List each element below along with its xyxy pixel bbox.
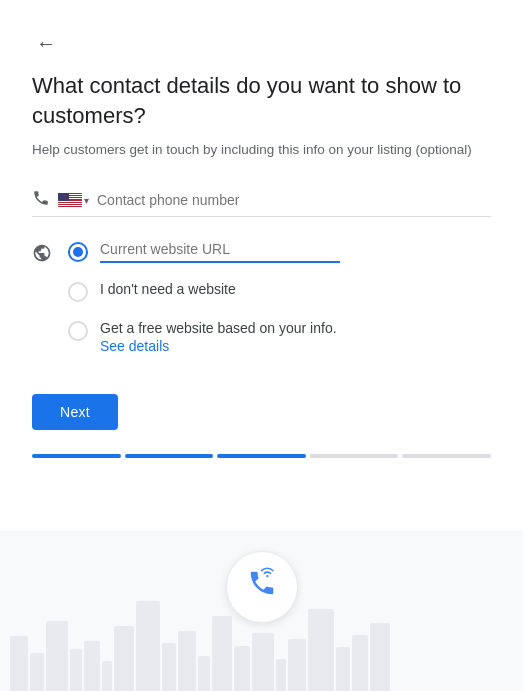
radio-inner-dot: [73, 247, 83, 257]
building-2: [30, 653, 44, 691]
flag-dropdown[interactable]: ▾: [58, 193, 89, 207]
option-no-website[interactable]: I don't need a website: [68, 281, 491, 302]
page-container: ← What contact details do you want to sh…: [0, 0, 523, 691]
building-7: [114, 626, 134, 691]
building-5: [84, 641, 100, 691]
building-15: [276, 659, 286, 691]
no-website-label: I don't need a website: [100, 281, 236, 297]
radio-current-icon: [68, 242, 88, 262]
back-button[interactable]: ←: [32, 28, 60, 59]
building-19: [352, 635, 368, 691]
radio-no-website-icon: [68, 282, 88, 302]
building-9: [162, 643, 176, 691]
back-arrow-icon: ←: [36, 32, 56, 55]
radio-options: I don't need a website Get a free websit…: [68, 241, 491, 354]
building-6: [102, 661, 112, 691]
building-12: [212, 616, 232, 691]
dropdown-arrow-icon: ▾: [84, 195, 89, 206]
current-website-group: [100, 241, 340, 263]
building-1: [10, 636, 28, 691]
building-10: [178, 631, 196, 691]
bottom-illustration: [0, 531, 523, 691]
page-title: What contact details do you want to show…: [32, 71, 491, 130]
building-18: [336, 647, 350, 691]
progress-2: [125, 454, 214, 458]
website-section: I don't need a website Get a free websit…: [32, 241, 491, 354]
wifi-icon: [259, 566, 275, 584]
free-website-group: Get a free website based on your info. S…: [100, 320, 337, 354]
phone-circle-phone-icon: [247, 568, 277, 606]
building-14: [252, 633, 274, 691]
progress-1: [32, 454, 121, 458]
phone-icon: [32, 189, 50, 212]
flag-us-icon: [58, 193, 82, 207]
page-subtitle: Help customers get in touch by including…: [32, 140, 491, 160]
globe-icon: [32, 243, 52, 268]
free-website-label: Get a free website based on your info.: [100, 320, 337, 336]
building-20: [370, 623, 390, 691]
phone-input[interactable]: [97, 192, 491, 208]
option-free-website[interactable]: Get a free website based on your info. S…: [68, 320, 491, 354]
phone-circle: [226, 551, 298, 623]
building-8: [136, 601, 160, 691]
see-details-link[interactable]: See details: [100, 338, 337, 354]
progress-4: [310, 454, 399, 458]
phone-row: ▾: [32, 189, 491, 217]
building-4: [70, 649, 82, 691]
next-button[interactable]: Next: [32, 394, 118, 430]
progress-5: [402, 454, 491, 458]
building-11: [198, 656, 210, 691]
building-16: [288, 639, 306, 691]
progress-3: [217, 454, 306, 458]
website-url-input[interactable]: [100, 241, 340, 263]
radio-free-website-icon: [68, 321, 88, 341]
content-area: ← What contact details do you want to sh…: [0, 0, 523, 531]
svg-point-0: [266, 575, 268, 577]
building-3: [46, 621, 68, 691]
building-13: [234, 646, 250, 691]
progress-bar: [32, 454, 491, 458]
option-current-website[interactable]: [68, 241, 491, 263]
building-17: [308, 609, 334, 691]
